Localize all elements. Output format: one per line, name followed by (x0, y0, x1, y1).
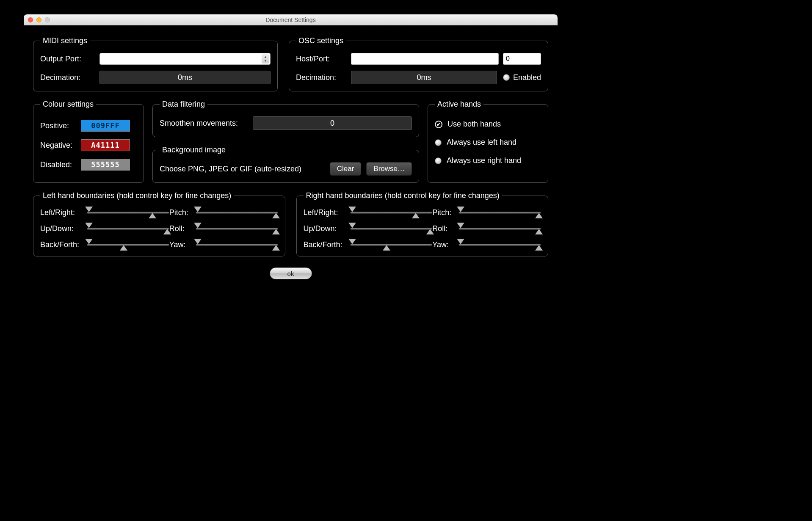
browse-button[interactable]: Browse… (366, 162, 412, 176)
use-both-hands-radio[interactable]: ✔ (435, 121, 442, 128)
osc-legend: OSC settings (296, 36, 346, 45)
left-hand-boundaries-group: Left hand boundaries (hold control key f… (33, 191, 285, 256)
clear-button[interactable]: Clear (330, 162, 362, 176)
positive-swatch[interactable]: 009FFF (81, 120, 130, 132)
disabled-label: Disabled: (40, 160, 81, 169)
negative-label: Negative: (40, 141, 81, 150)
l-ud-label: Up/Down: (40, 224, 87, 233)
midi-legend: MIDI settings (40, 36, 90, 45)
colour-settings-group: Colour settings Positive: 009FFF Negativ… (33, 100, 144, 183)
use-left-hand-label: Always use left hand (447, 138, 516, 147)
smoothen-input[interactable]: 0 (253, 116, 412, 130)
osc-enabled-radio[interactable] (503, 74, 510, 81)
active-hands-group: Active hands ✔ Use both hands Always use… (428, 100, 548, 183)
r-yaw-slider[interactable] (458, 240, 541, 249)
l-pitch-slider[interactable] (196, 208, 278, 217)
r-yaw-label: Yaw: (432, 240, 458, 249)
osc-settings-group: OSC settings Host/Port: 0 Decimation: 0m… (289, 36, 548, 91)
l-yaw-slider[interactable] (196, 240, 278, 249)
midi-settings-group: MIDI settings Output Port: ▲▼ Decimation… (33, 36, 278, 91)
positive-label: Positive: (40, 121, 81, 130)
output-port-dropdown[interactable]: ▲▼ (99, 53, 271, 65)
osc-decimation-input[interactable]: 0ms (351, 71, 497, 84)
r-roll-label: Roll: (432, 224, 458, 233)
r-bf-slider[interactable] (350, 240, 433, 249)
r-lr-label: Left/Right: (304, 208, 350, 217)
l-lr-label: Left/Right: (40, 208, 87, 217)
filter-legend: Data filtering (160, 100, 207, 109)
l-yaw-label: Yaw: (169, 240, 196, 249)
use-left-hand-radio[interactable] (435, 139, 442, 146)
ok-button[interactable]: ok (270, 267, 312, 279)
settings-window: Document Settings MIDI settings Output P… (24, 14, 558, 289)
use-both-hands-label: Use both hands (447, 120, 501, 129)
r-pitch-label: Pitch: (432, 208, 458, 217)
l-pitch-label: Pitch: (169, 208, 196, 217)
negative-swatch[interactable]: A41111 (81, 139, 130, 151)
l-roll-slider[interactable] (196, 224, 278, 233)
r-ud-slider[interactable] (350, 224, 433, 233)
use-right-hand-radio[interactable] (435, 157, 442, 164)
osc-host-input[interactable] (351, 53, 499, 65)
lbound-legend: Left hand boundaries (hold control key f… (40, 191, 234, 200)
data-filtering-group: Data filtering Smoothen movements: 0 (152, 100, 419, 137)
l-roll-label: Roll: (169, 224, 196, 233)
colour-legend: Colour settings (40, 100, 96, 109)
r-bf-label: Back/Forth: (304, 240, 350, 249)
r-ud-label: Up/Down: (304, 224, 350, 233)
window-title: Document Settings (24, 17, 558, 23)
hands-legend: Active hands (435, 100, 483, 109)
titlebar: Document Settings (24, 14, 558, 25)
r-pitch-slider[interactable] (458, 208, 541, 217)
output-port-label: Output Port: (40, 55, 99, 63)
midi-decimation-label: Decimation: (40, 73, 99, 82)
osc-port-input[interactable]: 0 (503, 53, 541, 65)
disabled-swatch[interactable]: 555555 (81, 159, 130, 171)
l-ud-slider[interactable] (87, 224, 169, 233)
r-lr-slider[interactable] (350, 208, 433, 217)
bg-legend: Background image (160, 146, 228, 154)
smoothen-label: Smoothen movements: (160, 119, 253, 128)
dropdown-arrows-icon: ▲▼ (262, 54, 269, 63)
midi-decimation-input[interactable]: 0ms (99, 71, 271, 84)
background-image-group: Background image Choose PNG, JPEG or GIF… (152, 146, 419, 183)
l-bf-slider[interactable] (87, 240, 169, 249)
bg-desc: Choose PNG, JPEG or GIF (auto-resized) (160, 165, 325, 174)
host-port-label: Host/Port: (296, 55, 351, 63)
osc-enabled-label: Enabled (513, 73, 541, 82)
right-hand-boundaries-group: Right hand boundaries (hold control key … (296, 191, 549, 256)
rbound-legend: Right hand boundaries (hold control key … (304, 191, 502, 200)
r-roll-slider[interactable] (458, 224, 541, 233)
l-lr-slider[interactable] (87, 208, 169, 217)
use-right-hand-label: Always use right hand (447, 156, 521, 165)
osc-decimation-label: Decimation: (296, 73, 351, 82)
l-bf-label: Back/Forth: (40, 240, 87, 249)
